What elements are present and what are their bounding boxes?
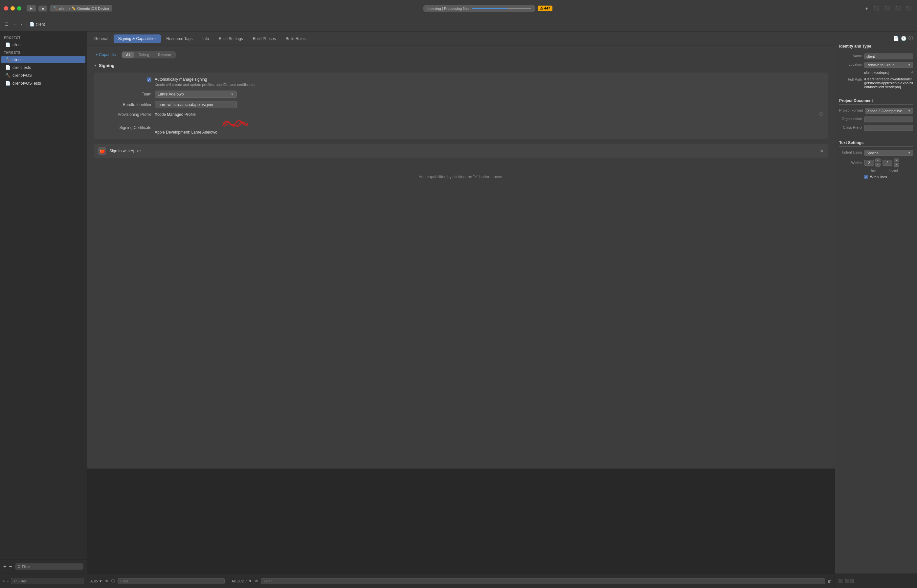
editor-area: General Signing & Capabilities Resource … — [87, 31, 835, 573]
tab-down-arrow[interactable]: ▼ — [875, 163, 881, 167]
auto-manage-checkbox[interactable]: ✓ — [147, 78, 151, 82]
all-output-chevron: ▼ — [248, 579, 252, 583]
panel-filename-row: client.xcodeproj ↗ — [839, 71, 913, 74]
auto-button[interactable]: Auto ▼ — [90, 579, 102, 583]
panel-clock-icon[interactable]: 🕐 — [901, 36, 906, 41]
wrap-lines-checkbox[interactable]: ✓ — [864, 175, 868, 179]
panel-projformat-select[interactable]: Xcode 3.2-compatible ▼ — [865, 108, 913, 114]
remove-target-button[interactable]: − — [9, 564, 12, 570]
indexing-progress-bar — [472, 8, 531, 9]
back-button[interactable]: ‹ — [12, 21, 17, 27]
panel-fullpath-value: /Users/lanreadelowo/tutorials/getstream/… — [864, 77, 913, 89]
auto-manage-desc: Xcode will create and update profiles, a… — [155, 83, 256, 87]
tab-build-settings[interactable]: Build Settings — [214, 34, 247, 43]
scheme-device: ✏️ — [71, 6, 76, 11]
sidebar-item-client[interactable]: 🔨 client — [1, 56, 85, 63]
auto-manage-title: Automatically manage signing — [155, 77, 256, 82]
panel-location-value: Relative to Group — [867, 63, 895, 67]
bottom-add-button[interactable]: + — [3, 579, 5, 583]
panel-classprefix-input[interactable] — [864, 125, 913, 131]
panel-name-label: Name — [839, 53, 862, 58]
sidebar-item-project[interactable]: 📄 client — [1, 41, 85, 48]
bottom-center-filter[interactable] — [118, 578, 225, 584]
main-layout: PROJECT 📄 client TARGETS 🔨 client 📄 clie… — [0, 31, 917, 573]
layout-btn-3[interactable]: ⬛ — [893, 5, 902, 12]
filter-tab-release[interactable]: Release — [154, 52, 175, 58]
auto-manage-content: Automatically manage signing Xcode will … — [155, 77, 256, 87]
layout-btn-4[interactable]: ⬛ — [904, 5, 913, 12]
tab-general[interactable]: General — [90, 34, 113, 43]
indent-sublabel: Indent — [886, 169, 901, 172]
client-tvos-label: client-tvOS — [13, 73, 32, 78]
preview-button-right[interactable]: 👁 — [254, 579, 258, 583]
tab-info[interactable]: Info — [198, 34, 214, 43]
add-capability-button[interactable]: + Capability — [94, 52, 118, 58]
indent-up-arrow[interactable]: ▲ — [894, 158, 899, 162]
sidebar-toggle[interactable]: ☰ — [3, 21, 11, 27]
maximize-button[interactable] — [17, 6, 21, 11]
all-output-button[interactable]: All Output ▼ — [232, 579, 252, 583]
forward-button[interactable]: › — [18, 21, 24, 27]
clear-button[interactable]: 🗑 — [828, 579, 831, 583]
panel-info-icon[interactable]: ⓘ — [909, 36, 913, 41]
panel-projformat-label: Project Format — [839, 108, 863, 112]
indent-input[interactable] — [883, 160, 893, 166]
client-icon: 🔨 — [5, 57, 11, 62]
info-bottom-button[interactable]: ⓘ — [111, 578, 115, 583]
capability-name: Sign In with Apple — [109, 149, 141, 153]
add-button[interactable]: + — [864, 5, 870, 12]
team-select[interactable]: Lanre Adelowo ▼ — [155, 90, 237, 98]
stop-button[interactable]: ■ — [39, 6, 47, 11]
run-button[interactable]: ▶ — [27, 5, 36, 11]
panel-indent-select[interactable]: Spaces ▼ — [864, 150, 913, 156]
panel-org-input[interactable] — [864, 116, 913, 123]
panel-widths-label: Widths — [839, 161, 862, 165]
indent-down-arrow[interactable]: ▼ — [894, 163, 899, 167]
traffic-lights — [4, 6, 21, 11]
right-panel-toolbar: 📄 🕐 ⓘ — [839, 36, 913, 41]
preview-button[interactable]: 👁 — [105, 579, 109, 583]
tab-input[interactable] — [864, 160, 874, 166]
add-target-button[interactable]: + — [3, 564, 6, 570]
signing-cert-label: Signing Certificate — [99, 125, 151, 130]
tab-build-rules[interactable]: Build Rules — [281, 34, 310, 43]
split-view-button[interactable]: ⬛ — [838, 579, 843, 583]
panel-location-row: Location Relative to Group ▼ — [839, 62, 913, 68]
scheme-sep: › — [69, 6, 70, 11]
tab-build-phases[interactable]: Build Phases — [248, 34, 280, 43]
sidebar-item-client-tvos[interactable]: 🔨 client-tvOS — [1, 71, 85, 79]
sidebar-item-clienttests[interactable]: 📄 clientTests — [1, 64, 85, 71]
bottom-right-filter[interactable] — [261, 578, 825, 584]
layout-btn-1[interactable]: ⬛ — [872, 5, 881, 12]
signing-cert-value: Apple Development: Lanre Adelowo — [155, 120, 823, 134]
split-view-button-2[interactable]: ⬛⬛ — [845, 579, 854, 583]
scribble-svg — [222, 117, 248, 130]
minimize-button[interactable] — [11, 6, 15, 11]
team-row: Team Lanre Adelowo ▼ — [99, 90, 823, 98]
bottom-center-right: All Output ▼ 👁 🗑 — [228, 574, 835, 588]
scheme-selector[interactable]: 🔨 client › ✏️ Generic iOS Device — [50, 5, 112, 11]
panel-doc-icon[interactable]: 📄 — [893, 36, 899, 41]
signing-section-header[interactable]: ▼ Signing — [94, 63, 828, 68]
close-button[interactable] — [4, 6, 8, 11]
sidebar-item-client-tvostests[interactable]: 📄 client-tvOSTests — [1, 79, 85, 87]
capability-close-button[interactable]: ✕ — [820, 148, 824, 153]
tab-up-arrow[interactable]: ▲ — [875, 158, 881, 162]
filter-tab-debug[interactable]: Debug — [134, 52, 153, 58]
bottom-filter-left[interactable]: ⊙ Filter — [11, 578, 84, 584]
auto-chevron: ▼ — [99, 579, 102, 583]
warning-badge[interactable]: ⚠ 447 — [538, 6, 552, 11]
bundle-input[interactable] — [155, 101, 237, 108]
bottom-minus-button[interactable]: − — [6, 579, 8, 583]
sidebar-filter[interactable]: ⊙ Filter — [15, 564, 83, 570]
panel-location-label: Location — [839, 62, 862, 66]
panel-reveal-button[interactable]: ↗ — [911, 71, 913, 74]
layout-btn-2[interactable]: ⬛ — [883, 5, 891, 12]
tab-resource-tags[interactable]: Resource Tags — [162, 34, 197, 43]
signing-cert-row: Signing Certificate Apple Development: L… — [99, 120, 823, 134]
filter-tab-all[interactable]: All — [122, 52, 134, 58]
panel-name-input[interactable] — [864, 53, 913, 60]
provisioning-info-icon[interactable]: ⓘ — [819, 111, 823, 117]
tab-signing[interactable]: Signing & Capabilities — [113, 34, 161, 43]
panel-location-select[interactable]: Relative to Group ▼ — [864, 62, 913, 68]
